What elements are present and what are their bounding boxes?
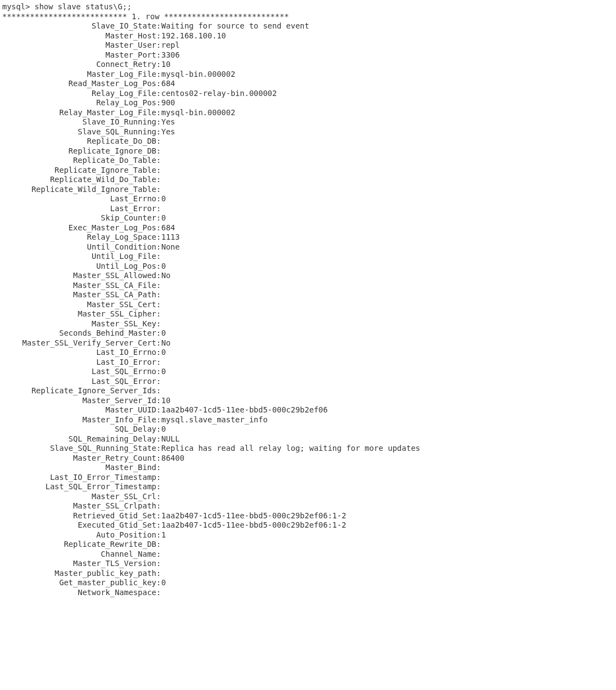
status-key: Master_Port [2, 50, 156, 60]
status-row: Executed_Gtid_Set: 1aa2b407-1cd5-11ee-bb… [2, 521, 616, 530]
status-row: Last_IO_Error_Timestamp: [2, 473, 616, 483]
status-key: Master_Info_File [2, 415, 156, 425]
status-row: Until_Condition: None [2, 242, 616, 252]
colon-separator: : [156, 50, 161, 60]
colon-separator: : [156, 309, 161, 319]
status-row: Replicate_Ignore_Server_Ids: [2, 386, 616, 396]
colon-separator: : [156, 185, 161, 195]
status-value: 1aa2b407-1cd5-11ee-bbd5-000c29b2ef06 [161, 405, 327, 415]
colon-separator: : [156, 482, 161, 492]
status-key: Last_Errno [2, 194, 156, 204]
status-value: 1aa2b407-1cd5-11ee-bbd5-000c29b2ef06:1-2 [161, 511, 346, 521]
status-key: Master_SSL_Allowed [2, 271, 156, 281]
status-key: Seconds_Behind_Master [2, 329, 156, 338]
status-key: Master_Server_Id [2, 396, 156, 406]
colon-separator: : [156, 204, 161, 214]
status-row: Replicate_Rewrite_DB: [2, 540, 616, 550]
status-key: Replicate_Wild_Ignore_Table [2, 185, 156, 195]
colon-separator: : [156, 300, 161, 310]
status-key: Channel_Name [2, 550, 156, 559]
colon-separator: : [156, 60, 161, 70]
status-value: Yes [161, 127, 175, 137]
status-key: Last_IO_Error_Timestamp [2, 473, 156, 483]
status-row: Master_UUID: 1aa2b407-1cd5-11ee-bbd5-000… [2, 405, 616, 415]
status-row: Master_TLS_Version: [2, 559, 616, 569]
colon-separator: : [156, 194, 161, 204]
colon-separator: : [156, 146, 161, 156]
colon-separator: : [156, 434, 161, 444]
colon-separator: : [156, 156, 161, 166]
colon-separator: : [156, 117, 161, 127]
status-key: Connect_Retry [2, 60, 156, 70]
status-key: Replicate_Do_Table [2, 156, 156, 166]
colon-separator: : [156, 329, 161, 338]
status-key: Get_master_public_key [2, 578, 156, 588]
status-row: Relay_Master_Log_File: mysql-bin.000002 [2, 108, 616, 118]
status-key: Master_TLS_Version [2, 559, 156, 569]
colon-separator: : [156, 281, 161, 291]
status-row: Master_SSL_Cert: [2, 300, 616, 310]
colon-separator: : [156, 473, 161, 483]
status-value: 900 [161, 98, 175, 108]
colon-separator: : [156, 262, 161, 272]
status-value: mysql-bin.000002 [161, 108, 235, 118]
status-key: Read_Master_Log_Pos [2, 79, 156, 89]
status-row: Last_SQL_Error: [2, 377, 616, 387]
colon-separator: : [156, 377, 161, 387]
colon-separator: : [156, 425, 161, 434]
status-rows: Slave_IO_State: Waiting for source to se… [2, 21, 616, 597]
colon-separator: : [156, 233, 161, 242]
status-row: Master_Info_File: mysql.slave_master_inf… [2, 415, 616, 425]
status-row: Last_SQL_Error_Timestamp: [2, 482, 616, 492]
colon-separator: : [156, 444, 161, 454]
status-row: Last_IO_Errno: 0 [2, 348, 616, 358]
status-row: SQL_Remaining_Delay: NULL [2, 434, 616, 444]
status-row: Last_SQL_Errno: 0 [2, 367, 616, 377]
colon-separator: : [156, 127, 161, 137]
status-key: SQL_Delay [2, 425, 156, 434]
prompt-line: mysql> show slave status\G;; [2, 2, 616, 12]
status-row: Master_Host: 192.168.100.10 [2, 31, 616, 41]
status-row: Master_Log_File: mysql-bin.000002 [2, 70, 616, 80]
status-key: Master_SSL_Verify_Server_Cert [2, 338, 156, 348]
status-key: Master_Retry_Count [2, 454, 156, 463]
colon-separator: : [156, 70, 161, 80]
status-key: Auto_Position [2, 530, 156, 540]
status-row: Slave_SQL_Running: Yes [2, 127, 616, 137]
colon-separator: : [156, 21, 161, 31]
colon-separator: : [156, 41, 161, 50]
colon-separator: : [156, 223, 161, 233]
status-row: Master_SSL_Allowed: No [2, 271, 616, 281]
status-value: repl [161, 41, 180, 50]
status-value: 10 [161, 396, 171, 406]
status-key: Replicate_Ignore_Server_Ids [2, 386, 156, 396]
status-row: Until_Log_File: [2, 252, 616, 262]
colon-separator: : [156, 98, 161, 108]
status-value: No [161, 338, 171, 348]
status-value: 3306 [161, 50, 180, 60]
status-value: 86400 [161, 454, 184, 463]
status-row: Master_SSL_Key: [2, 319, 616, 329]
status-key: Last_SQL_Error [2, 377, 156, 387]
status-key: SQL_Remaining_Delay [2, 434, 156, 444]
status-value: Waiting for source to send event [161, 21, 309, 31]
status-row: Master_Port: 3306 [2, 50, 616, 60]
colon-separator: : [156, 242, 161, 252]
status-row: Master_SSL_Cipher: [2, 309, 616, 319]
status-row: Channel_Name: [2, 550, 616, 559]
row-separator: *************************** 1. row *****… [2, 12, 616, 22]
status-value: 192.168.100.10 [161, 31, 226, 41]
status-row: Replicate_Wild_Ignore_Table: [2, 185, 616, 195]
status-value: 0 [161, 329, 166, 338]
status-value: None [161, 242, 180, 252]
status-row: Master_SSL_CA_File: [2, 281, 616, 291]
status-key: Replicate_Wild_Do_Table [2, 175, 156, 185]
status-row: SQL_Delay: 0 [2, 425, 616, 434]
status-key: Master_SSL_Cipher [2, 309, 156, 319]
status-row: Slave_SQL_Running_State: Replica has rea… [2, 444, 616, 454]
status-row: Retrieved_Gtid_Set: 1aa2b407-1cd5-11ee-b… [2, 511, 616, 521]
status-value: Replica has read all relay log; waiting … [161, 444, 420, 454]
status-value: 0 [161, 213, 166, 223]
status-value: 1aa2b407-1cd5-11ee-bbd5-000c29b2ef06:1-2 [161, 521, 346, 530]
colon-separator: : [156, 405, 161, 415]
